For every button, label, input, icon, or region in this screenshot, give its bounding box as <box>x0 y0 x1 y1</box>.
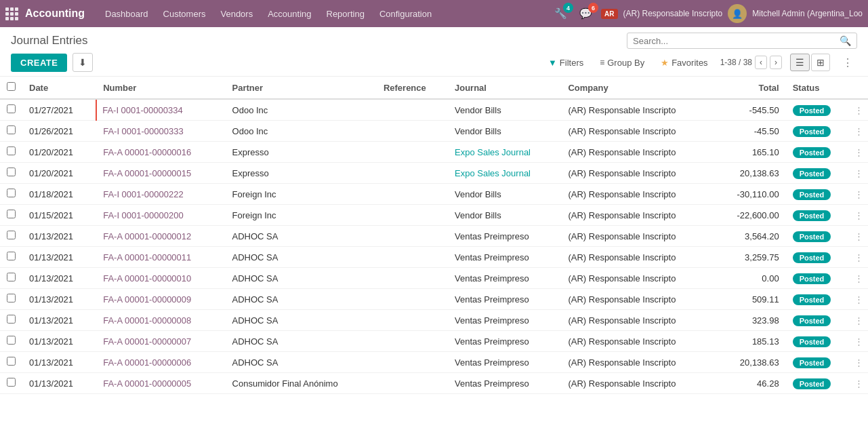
cell-number[interactable]: FA-A 00001-00000010 <box>96 268 225 289</box>
row-more-menu[interactable]: ⋮ <box>852 226 868 247</box>
cell-number[interactable]: FA-A 00001-00000012 <box>96 226 225 247</box>
row-checkbox[interactable] <box>7 125 16 134</box>
table-row[interactable]: 01/13/2021FA-A 00001-00000012ADHOC SAVen… <box>0 226 868 247</box>
header-checkbox[interactable] <box>7 82 16 91</box>
cell-journal[interactable]: Vendor Bills <box>448 184 561 205</box>
filters-label: Filters <box>560 58 583 68</box>
row-more-menu[interactable]: ⋮ <box>852 331 868 352</box>
row-more-menu[interactable]: ⋮ <box>852 268 868 289</box>
table-row[interactable]: 01/13/2021FA-A 00001-00000010ADHOC SAVen… <box>0 268 868 289</box>
cell-number[interactable]: FA-A 00001-00000015 <box>96 163 225 184</box>
table-row[interactable]: 01/27/2021FA-I 0001-00000334Odoo IncVend… <box>0 99 868 121</box>
cell-number[interactable]: FA-A 00001-00000007 <box>96 331 225 352</box>
cell-journal[interactable]: Expo Sales Journal <box>448 163 561 184</box>
cell-number[interactable]: FA-A 00001-00000005 <box>96 373 225 394</box>
cell-partner: Foreign Inc <box>226 184 377 205</box>
row-more-menu[interactable]: ⋮ <box>852 142 868 163</box>
nav-accounting[interactable]: Accounting <box>261 6 318 22</box>
cell-journal[interactable]: Ventas Preimpreso <box>448 352 561 373</box>
filters-btn[interactable]: ▼ Filters <box>544 55 587 71</box>
row-checkbox[interactable] <box>7 146 16 155</box>
cell-journal[interactable]: Vendor Bills <box>448 121 561 142</box>
nav-configuration[interactable]: Configuration <box>373 6 438 22</box>
row-more-menu[interactable]: ⋮ <box>852 373 868 394</box>
table-row[interactable]: 01/15/2021FA-I 0001-00000200Foreign IncV… <box>0 205 868 226</box>
row-more-menu[interactable]: ⋮ <box>852 99 868 121</box>
cell-company: (AR) Responsable Inscripto <box>561 205 715 226</box>
row-checkbox[interactable] <box>7 294 16 302</box>
table-row[interactable]: 01/20/2021FA-A 00001-00000015ExpressoExp… <box>0 163 868 184</box>
cell-number[interactable]: FA-I 0001-00000333 <box>96 121 225 142</box>
table-row[interactable]: 01/20/2021FA-A 00001-00000016ExpressoExp… <box>0 142 868 163</box>
nav-vendors[interactable]: Vendors <box>213 6 260 22</box>
select-all-checkbox[interactable] <box>0 77 22 99</box>
row-more-menu[interactable]: ⋮ <box>852 163 868 184</box>
user-avatar[interactable]: 👤 <box>728 4 747 23</box>
row-checkbox[interactable] <box>7 357 16 366</box>
cell-journal[interactable]: Vendor Bills <box>448 205 561 226</box>
cell-number[interactable]: FA-I 0001-00000222 <box>96 184 225 205</box>
group-by-btn[interactable]: ≡ Group By <box>596 55 648 71</box>
cell-number[interactable]: FA-A 00001-00000008 <box>96 310 225 331</box>
row-more-menu[interactable]: ⋮ <box>852 289 868 310</box>
app-grid-icon[interactable] <box>5 7 18 20</box>
table-row[interactable]: 01/13/2021FA-A 00001-00000008ADHOC SAVen… <box>0 310 868 331</box>
message-icon-btn[interactable]: 💬 6 <box>576 5 596 22</box>
create-button[interactable]: CREATE <box>11 54 67 72</box>
row-checkbox[interactable] <box>7 252 16 260</box>
cell-journal[interactable]: Ventas Preimpreso <box>448 373 561 394</box>
table-row[interactable]: 01/13/2021FA-A 00001-00000007ADHOC SAVen… <box>0 331 868 352</box>
cell-journal[interactable]: Ventas Preimpreso <box>448 268 561 289</box>
cell-number[interactable]: FA-I 0001-00000200 <box>96 205 225 226</box>
status-badge: Posted <box>793 378 831 389</box>
row-more-menu[interactable]: ⋮ <box>852 121 868 142</box>
grid-view-button[interactable]: ⊞ <box>811 54 830 71</box>
nav-customers[interactable]: Customers <box>157 6 213 22</box>
cell-journal[interactable]: Vendor Bills <box>448 99 561 121</box>
row-checkbox[interactable] <box>7 315 16 324</box>
row-more-menu[interactable]: ⋮ <box>852 205 868 226</box>
row-checkbox[interactable] <box>7 104 16 113</box>
row-more-menu[interactable]: ⋮ <box>852 247 868 268</box>
row-more-menu[interactable]: ⋮ <box>852 352 868 373</box>
nav-reporting[interactable]: Reporting <box>320 6 371 22</box>
row-checkbox[interactable] <box>7 378 16 387</box>
row-more-menu[interactable]: ⋮ <box>852 310 868 331</box>
cell-journal[interactable]: Ventas Preimpreso <box>448 247 561 268</box>
cell-number[interactable]: FA-A 00001-00000009 <box>96 289 225 310</box>
cell-journal[interactable]: Ventas Preimpreso <box>448 226 561 247</box>
nav-dashboard[interactable]: Dashboard <box>98 6 155 22</box>
row-checkbox[interactable] <box>7 168 16 176</box>
list-view-button[interactable]: ☰ <box>790 54 810 71</box>
table-row[interactable]: 01/26/2021FA-I 0001-00000333Odoo IncVend… <box>0 121 868 142</box>
cell-number[interactable]: FA-I 0001-00000334 <box>96 99 225 121</box>
search-input[interactable] <box>633 36 840 46</box>
cell-journal[interactable]: Expo Sales Journal <box>448 142 561 163</box>
table-row[interactable]: 01/13/2021FA-A 00001-00000005Consumidor … <box>0 373 868 394</box>
table-row[interactable]: 01/13/2021FA-A 00001-00000009ADHOC SAVen… <box>0 289 868 310</box>
cell-number[interactable]: FA-A 00001-00000016 <box>96 142 225 163</box>
row-checkbox[interactable] <box>7 336 16 345</box>
more-menu-icon[interactable]: ⋮ <box>838 55 857 71</box>
export-button[interactable]: ⬇ <box>73 53 93 72</box>
prev-page-button[interactable]: ‹ <box>755 56 767 69</box>
cell-journal[interactable]: Ventas Preimpreso <box>448 331 561 352</box>
favorites-btn[interactable]: ★ Favorites <box>657 55 711 71</box>
row-checkbox[interactable] <box>7 273 16 281</box>
table-row[interactable]: 01/18/2021FA-I 0001-00000222Foreign IncV… <box>0 184 868 205</box>
table-row[interactable]: 01/13/2021FA-A 00001-00000006ADHOC SAVen… <box>0 352 868 373</box>
cell-number[interactable]: FA-A 00001-00000011 <box>96 247 225 268</box>
next-page-button[interactable]: › <box>770 56 782 69</box>
table-row[interactable]: 01/13/2021FA-A 00001-00000011ADHOC SAVen… <box>0 247 868 268</box>
cell-number[interactable]: FA-A 00001-00000006 <box>96 352 225 373</box>
cell-journal[interactable]: Ventas Preimpreso <box>448 289 561 310</box>
activity-icon-btn[interactable]: 🔧 4 <box>551 5 571 22</box>
cell-journal[interactable]: Ventas Preimpreso <box>448 310 561 331</box>
row-checkbox[interactable] <box>7 189 16 197</box>
search-wrapper[interactable]: 🔍 <box>627 33 857 49</box>
row-checkbox[interactable] <box>7 231 16 239</box>
row-more-menu[interactable]: ⋮ <box>852 184 868 205</box>
row-checkbox[interactable] <box>7 210 16 218</box>
status-badge: Posted <box>793 294 831 305</box>
user-name[interactable]: Mitchell Admin (Argentina_Loo <box>752 9 863 18</box>
